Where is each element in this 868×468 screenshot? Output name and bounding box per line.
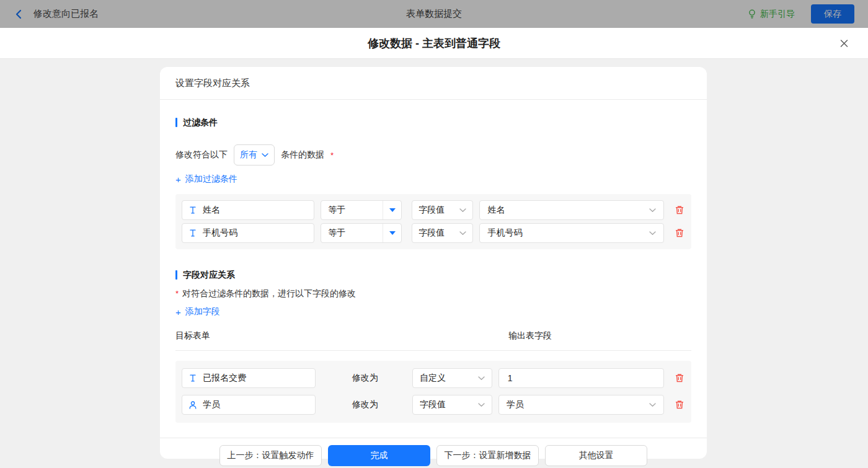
mapping-description: * 对符合过滤条件的数据，进行以下字段的修改 bbox=[175, 288, 691, 299]
close-icon[interactable] bbox=[836, 35, 852, 51]
plus-icon: + bbox=[175, 174, 181, 185]
mapping-row: 学员 修改为 字段值 学员 bbox=[182, 395, 685, 415]
trash-icon[interactable] bbox=[674, 205, 685, 216]
target-field-value: 学员 bbox=[203, 399, 220, 410]
value-type-value: 字段值 bbox=[418, 205, 445, 216]
target-field-input[interactable]: 学员 bbox=[182, 395, 316, 415]
next-step-button[interactable]: 下一步：设置新增数据 bbox=[436, 445, 539, 466]
filter-row: 手机号码 等于 字段值 手机号码 bbox=[182, 223, 685, 243]
mapping-description-text: 对符合过滤条件的数据，进行以下字段的修改 bbox=[182, 288, 356, 299]
compare-value-select[interactable]: 姓名 bbox=[479, 200, 664, 220]
text-field-icon bbox=[188, 206, 197, 214]
modal-body: 设置字段对应关系 过滤条件 修改符合以下 所有 条件的数据 * bbox=[0, 59, 868, 467]
topbar: 修改意向已报名 表单数据提交 新手引导 保存 bbox=[0, 0, 868, 28]
add-filter-condition-link[interactable]: + 添加过滤条件 bbox=[175, 173, 237, 185]
mapping-section-label: 字段对应关系 bbox=[183, 270, 235, 281]
modify-to-label: 修改为 bbox=[352, 373, 386, 384]
operator-value: 等于 bbox=[321, 227, 383, 239]
value-type-select[interactable]: 字段值 bbox=[412, 200, 473, 220]
chevron-down-icon bbox=[262, 153, 268, 157]
target-field-input[interactable]: 已报名交费 bbox=[182, 368, 316, 388]
compare-value-select[interactable]: 手机号码 bbox=[479, 223, 664, 243]
trash-icon[interactable] bbox=[674, 399, 685, 410]
operator-select[interactable]: 等于 bbox=[321, 223, 402, 243]
modal-title: 修改数据 - 主表到普通字段 bbox=[368, 36, 500, 51]
match-mode-value: 所有 bbox=[240, 149, 257, 161]
section-accent-bar bbox=[175, 118, 177, 127]
output-field-value: 学员 bbox=[507, 399, 524, 410]
filter-field-value: 姓名 bbox=[203, 205, 220, 216]
mapping-row: 已报名交费 修改为 自定义 bbox=[182, 368, 685, 388]
topbar-dim-overlay bbox=[0, 0, 868, 28]
filter-section-label: 过滤条件 bbox=[183, 117, 218, 128]
match-mode-select[interactable]: 所有 bbox=[234, 144, 275, 166]
chevron-down-icon bbox=[649, 208, 656, 213]
person-icon bbox=[188, 400, 197, 410]
filter-field-input[interactable]: 手机号码 bbox=[182, 223, 314, 243]
chevron-down-icon bbox=[478, 403, 485, 407]
filter-section-title: 过滤条件 bbox=[175, 117, 691, 128]
filter-row: 姓名 等于 字段值 姓名 bbox=[182, 200, 685, 220]
trash-icon[interactable] bbox=[674, 227, 685, 239]
value-type-value: 字段值 bbox=[418, 227, 445, 239]
custom-value-input[interactable] bbox=[507, 373, 656, 384]
required-mark: * bbox=[330, 151, 334, 160]
chevron-down-icon bbox=[649, 403, 656, 407]
modify-mode-select[interactable]: 字段值 bbox=[412, 395, 492, 415]
other-settings-button[interactable]: 其他设置 bbox=[545, 445, 647, 466]
done-button[interactable]: 完成 bbox=[328, 445, 430, 466]
prev-step-button[interactable]: 上一步：设置触发动作 bbox=[219, 445, 322, 466]
section-accent-bar bbox=[175, 270, 177, 280]
compare-value: 姓名 bbox=[487, 205, 505, 216]
plus-icon: + bbox=[175, 307, 181, 317]
chevron-down-icon bbox=[478, 376, 485, 381]
text-field-icon bbox=[188, 374, 197, 382]
output-field-select[interactable]: 学员 bbox=[498, 395, 664, 415]
mapping-table-header: 目标表单 输出表字段 bbox=[175, 322, 691, 351]
modify-to-label: 修改为 bbox=[352, 399, 386, 410]
chevron-down-icon bbox=[459, 208, 466, 213]
filter-field-value: 手机号码 bbox=[203, 227, 237, 239]
value-type-select[interactable]: 字段值 bbox=[412, 223, 473, 243]
target-field-value: 已报名交费 bbox=[203, 373, 246, 384]
add-field-label: 添加字段 bbox=[185, 306, 220, 317]
mapping-rows-group: 已报名交费 修改为 自定义 bbox=[175, 361, 691, 423]
triangle-down-icon[interactable] bbox=[383, 224, 401, 242]
match-prefix-label: 修改符合以下 bbox=[175, 149, 228, 161]
operator-select[interactable]: 等于 bbox=[321, 200, 402, 220]
column-output-field: 输出表字段 bbox=[508, 330, 552, 342]
modify-mode-value: 自定义 bbox=[420, 373, 446, 384]
text-field-icon bbox=[188, 229, 197, 237]
card-header: 设置字段对应关系 bbox=[160, 67, 707, 100]
required-mark: * bbox=[175, 289, 179, 298]
chevron-down-icon bbox=[459, 231, 466, 236]
add-filter-label: 添加过滤条件 bbox=[185, 174, 237, 185]
filter-conditions-group: 姓名 等于 字段值 姓名 bbox=[175, 194, 691, 249]
modify-mode-value: 字段值 bbox=[420, 399, 446, 410]
trash-icon[interactable] bbox=[674, 373, 685, 384]
footer-actions: 上一步：设置触发动作 完成 下一步：设置新增数据 其他设置 bbox=[175, 438, 691, 468]
chevron-down-icon bbox=[649, 231, 656, 236]
match-suffix-label: 条件的数据 bbox=[281, 149, 324, 161]
triangle-down-icon[interactable] bbox=[383, 201, 401, 219]
compare-value: 手机号码 bbox=[487, 227, 522, 239]
column-target-form: 目标表单 bbox=[175, 330, 210, 342]
custom-value-field[interactable] bbox=[498, 368, 664, 388]
operator-value: 等于 bbox=[321, 205, 383, 216]
add-field-link[interactable]: + 添加字段 bbox=[175, 306, 220, 318]
mapping-section-title: 字段对应关系 bbox=[175, 270, 691, 280]
filter-field-input[interactable]: 姓名 bbox=[182, 200, 314, 220]
modal-header: 修改数据 - 主表到普通字段 bbox=[0, 28, 868, 59]
modify-mode-select[interactable]: 自定义 bbox=[412, 368, 492, 388]
settings-card: 设置字段对应关系 过滤条件 修改符合以下 所有 条件的数据 * bbox=[160, 67, 707, 459]
